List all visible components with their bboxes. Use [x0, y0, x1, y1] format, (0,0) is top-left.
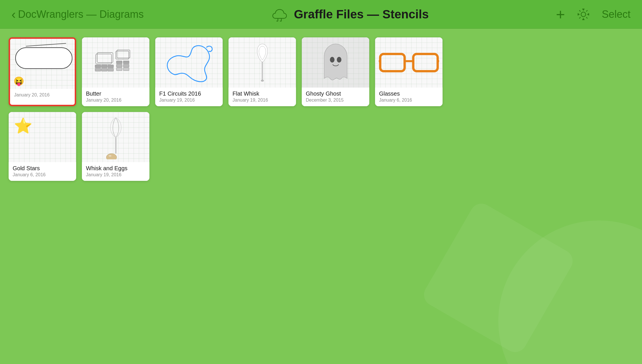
card-thumbnail [375, 37, 443, 88]
card-info: Glasses January 6, 2016 [375, 88, 443, 106]
card-thumbnail [155, 37, 223, 88]
card-butter[interactable]: Butter January 20, 2016 [82, 37, 149, 106]
grid-row-2: ⭐ Gold Stars January 6, 2016 [9, 112, 633, 181]
svg-rect-24 [115, 138, 116, 154]
svg-rect-10 [116, 61, 122, 64]
header-center: Graffle Files — Stencils [144, 7, 556, 22]
card-thumbnail [82, 112, 149, 162]
svg-rect-13 [123, 64, 129, 67]
svg-rect-12 [116, 64, 122, 67]
back-label: DocWranglers — Diagrams [18, 8, 144, 20]
flat-whisk-thumbnail [251, 41, 274, 84]
back-button[interactable]: ‹ DocWranglers — Diagrams [11, 8, 144, 21]
svg-rect-7 [95, 68, 101, 71]
card-date: January 6, 2016 [379, 98, 439, 103]
select-button[interactable]: Select [602, 8, 631, 20]
cloud-icon [271, 7, 288, 22]
card-date: January 20, 2016 [86, 98, 145, 103]
grid-row-1: 😝 January 20, 2016 [9, 37, 633, 106]
card-date: December 3, 2015 [306, 98, 365, 103]
card-date: January 19, 2016 [86, 172, 145, 177]
star-icon: ⭐ [14, 117, 32, 135]
svg-point-19 [337, 57, 341, 63]
add-button[interactable]: + [556, 7, 565, 22]
back-chevron-icon: ‹ [11, 8, 16, 21]
card-name: Whisk and Eggs [86, 165, 145, 172]
card-name: Butter [86, 90, 145, 97]
card-thumbnail [302, 37, 369, 88]
card-thumbnail: ⭐ [9, 112, 76, 162]
page-title: Graffle Files — Stencils [294, 7, 429, 21]
svg-rect-9 [108, 68, 114, 71]
card-name: Gold Stars [13, 165, 72, 172]
card-info: Ghosty Ghost December 3, 2015 [302, 88, 369, 106]
card-emoji-shape[interactable]: 😝 January 20, 2016 [9, 37, 76, 106]
svg-point-25 [106, 154, 117, 159]
card-name: Ghosty Ghost [306, 90, 365, 97]
card-info: Butter January 20, 2016 [82, 88, 149, 106]
card-name: F1 Circuits 2016 [159, 90, 219, 97]
card-flat-whisk[interactable]: Flat Whisk January 19, 2016 [228, 37, 296, 106]
card-name: Flat Whisk [232, 90, 292, 97]
card-info: January 20, 2016 [10, 89, 75, 101]
whisk-eggs-thumbnail [101, 115, 130, 159]
svg-rect-16 [262, 62, 263, 80]
card-info: Whisk and Eggs January 19, 2016 [82, 162, 149, 181]
gear-icon[interactable] [576, 7, 590, 21]
svg-rect-8 [101, 68, 107, 71]
svg-rect-20 [380, 54, 405, 71]
file-grid: 😝 January 20, 2016 [0, 29, 642, 189]
svg-rect-5 [101, 65, 107, 68]
svg-point-17 [261, 80, 264, 82]
svg-rect-15 [123, 68, 129, 71]
card-whisk-eggs[interactable]: Whisk and Eggs January 19, 2016 [82, 112, 149, 181]
header-actions: + Select [556, 7, 631, 22]
card-info: Gold Stars January 6, 2016 [9, 162, 76, 181]
svg-point-18 [330, 57, 335, 63]
card-date: January 6, 2016 [13, 172, 72, 177]
svg-rect-21 [413, 54, 438, 71]
card-thumbnail [82, 37, 149, 88]
card-glasses[interactable]: Glasses January 6, 2016 [375, 37, 443, 106]
butter-thumbnail [93, 42, 139, 83]
f1-thumbnail [163, 40, 215, 85]
card-thumbnail: 😝 [10, 39, 76, 89]
card-name: Glasses [379, 90, 439, 97]
svg-rect-11 [123, 61, 129, 64]
card-ghosty-ghost[interactable]: Ghosty Ghost December 3, 2015 [302, 37, 369, 106]
card-date: January 19, 2016 [159, 98, 219, 103]
svg-rect-4 [95, 65, 101, 68]
card-thumbnail [228, 37, 296, 88]
card-info: Flat Whisk January 19, 2016 [228, 88, 296, 106]
card-date: January 20, 2016 [14, 92, 71, 98]
svg-point-26 [109, 155, 112, 157]
glasses-thumbnail [379, 50, 439, 75]
card-date: January 19, 2016 [232, 98, 292, 103]
card-f1[interactable]: F1 Circuits 2016 January 19, 2016 [155, 37, 223, 106]
header: ‹ DocWranglers — Diagrams Graffle Files … [0, 0, 642, 29]
card-info: F1 Circuits 2016 January 19, 2016 [155, 88, 223, 106]
svg-rect-6 [108, 65, 114, 68]
card-gold-stars[interactable]: ⭐ Gold Stars January 6, 2016 [9, 112, 76, 181]
svg-rect-14 [116, 68, 122, 71]
ghost-thumbnail [318, 41, 353, 84]
